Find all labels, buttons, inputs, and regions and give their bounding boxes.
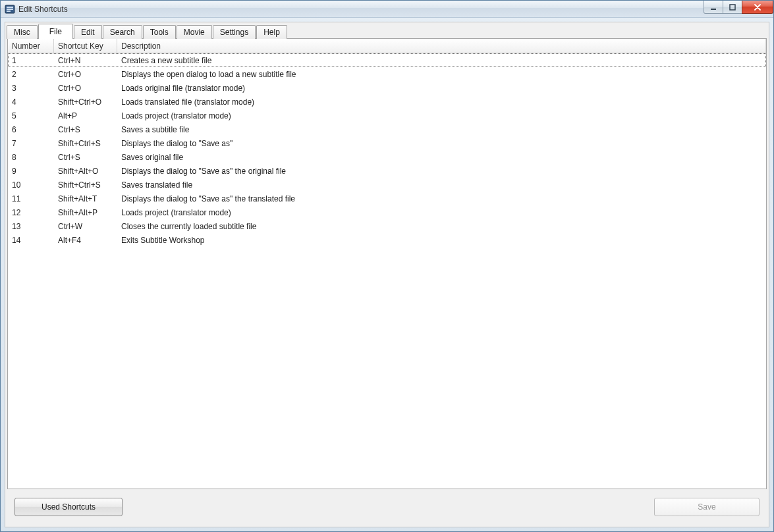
cell-number: 8 (8, 150, 54, 164)
table-row[interactable]: 4Shift+Ctrl+OLoads translated file (tran… (8, 95, 766, 109)
cell-number: 13 (8, 219, 54, 233)
maximize-button[interactable] (723, 1, 742, 14)
tab-label: Tools (150, 28, 169, 37)
table-row[interactable]: 1Ctrl+NCreates a new subtitle file (8, 53, 766, 67)
cell-shortcut-key: Ctrl+S (54, 150, 117, 164)
cell-shortcut-key: Shift+Alt+O (54, 164, 117, 178)
cell-description: Exits Subtitle Workshop (117, 233, 766, 247)
save-button: Save (654, 498, 760, 516)
window-frame: Edit Shortcuts MiscFileEditSearchToolsMo… (0, 0, 774, 532)
title-bar[interactable]: Edit Shortcuts (1, 1, 773, 18)
cell-number: 5 (8, 109, 54, 122)
table-row[interactable]: 5Alt+PLoads project (translator mode) (8, 109, 766, 122)
tab-label: File (49, 27, 62, 36)
svg-rect-2 (7, 9, 13, 10)
cell-description: Closes the currently loaded subtitle fil… (117, 219, 766, 233)
cell-shortcut-key: Ctrl+W (54, 219, 117, 233)
cell-description: Loads project (translator mode) (117, 205, 766, 219)
cell-description: Creates a new subtitle file (117, 53, 766, 67)
tab-label: Movie (184, 28, 205, 37)
window-title: Edit Shortcuts (18, 5, 68, 14)
shortcuts-table: Number Shortcut Key Description 1Ctrl+NC… (7, 38, 767, 489)
table-row[interactable]: 11Shift+Alt+TDisplays the dialog to "Sav… (8, 192, 766, 205)
cell-number: 9 (8, 164, 54, 178)
cell-shortcut-key: Ctrl+N (54, 53, 117, 67)
minimize-button[interactable] (704, 1, 723, 14)
tab-label: Settings (220, 28, 248, 37)
cell-description: Loads original file (translator mode) (117, 81, 766, 95)
cell-number: 10 (8, 178, 54, 192)
column-header-shortcut-key[interactable]: Shortcut Key (54, 39, 117, 53)
cell-number: 7 (8, 136, 54, 150)
tab-tools[interactable]: Tools (143, 25, 176, 39)
used-shortcuts-button[interactable]: Used Shortcuts (14, 498, 123, 516)
cell-shortcut-key: Ctrl+O (54, 81, 117, 95)
tab-strip: MiscFileEditSearchToolsMovieSettingsHelp (5, 22, 769, 38)
column-header-description[interactable]: Description (117, 39, 766, 53)
svg-rect-1 (7, 7, 13, 8)
cell-shortcut-key: Ctrl+O (54, 67, 117, 81)
cell-description: Displays the dialog to "Save as" (117, 136, 766, 150)
window-controls (704, 1, 773, 14)
column-header-number[interactable]: Number (8, 39, 54, 53)
tab-label: Edit (81, 28, 95, 37)
tab-label: Misc (14, 28, 30, 37)
cell-number: 11 (8, 192, 54, 205)
table-row[interactable]: 2Ctrl+ODisplays the open dialog to load … (8, 67, 766, 81)
cell-shortcut-key: Ctrl+S (54, 122, 117, 136)
table-row[interactable]: 13Ctrl+WCloses the currently loaded subt… (8, 219, 766, 233)
cell-description: Saves translated file (117, 178, 766, 192)
cell-description: Displays the dialog to "Save as" the tra… (117, 192, 766, 205)
app-icon (5, 4, 15, 14)
cell-number: 12 (8, 205, 54, 219)
table-row[interactable]: 12Shift+Alt+PLoads project (translator m… (8, 205, 766, 219)
cell-description: Saves original file (117, 150, 766, 164)
table-header: Number Shortcut Key Description (8, 39, 766, 53)
tab-help[interactable]: Help (256, 25, 287, 39)
cell-shortcut-key: Shift+Alt+P (54, 205, 117, 219)
close-button[interactable] (742, 1, 773, 14)
cell-number: 1 (8, 53, 54, 67)
cell-description: Saves a subtitle file (117, 122, 766, 136)
cell-shortcut-key: Shift+Ctrl+S (54, 178, 117, 192)
cell-description: Loads project (translator mode) (117, 109, 766, 122)
table-body[interactable]: 1Ctrl+NCreates a new subtitle file2Ctrl+… (8, 53, 766, 489)
tab-search[interactable]: Search (103, 25, 142, 39)
button-bar: Used Shortcuts Save (5, 491, 769, 527)
table-row[interactable]: 6Ctrl+SSaves a subtitle file (8, 122, 766, 136)
cell-number: 3 (8, 81, 54, 95)
cell-shortcut-key: Alt+F4 (54, 233, 117, 247)
table-row[interactable]: 3Ctrl+OLoads original file (translator m… (8, 81, 766, 95)
cell-number: 4 (8, 95, 54, 109)
table-row[interactable]: 7Shift+Ctrl+SDisplays the dialog to "Sav… (8, 136, 766, 150)
cell-shortcut-key: Alt+P (54, 109, 117, 122)
cell-number: 14 (8, 233, 54, 247)
tab-file[interactable]: File (38, 24, 73, 39)
cell-shortcut-key: Shift+Alt+T (54, 192, 117, 205)
tab-edit[interactable]: Edit (74, 25, 102, 39)
tab-label: Search (110, 28, 135, 37)
cell-number: 6 (8, 122, 54, 136)
cell-description: Displays the open dialog to load a new s… (117, 67, 766, 81)
cell-shortcut-key: Shift+Ctrl+O (54, 95, 117, 109)
cell-description: Displays the dialog to "Save as" the ori… (117, 164, 766, 178)
table-row[interactable]: 14Alt+F4Exits Subtitle Workshop (8, 233, 766, 247)
svg-rect-5 (730, 5, 735, 10)
table-row[interactable]: 8Ctrl+SSaves original file (8, 150, 766, 164)
tab-movie[interactable]: Movie (177, 25, 212, 39)
svg-rect-3 (7, 11, 11, 12)
table-row[interactable]: 10Shift+Ctrl+SSaves translated file (8, 178, 766, 192)
svg-rect-4 (711, 9, 716, 10)
tab-label: Help (263, 28, 280, 37)
client-area: MiscFileEditSearchToolsMovieSettingsHelp… (5, 22, 769, 527)
cell-number: 2 (8, 67, 54, 81)
cell-shortcut-key: Shift+Ctrl+S (54, 136, 117, 150)
table-row[interactable]: 9Shift+Alt+ODisplays the dialog to "Save… (8, 164, 766, 178)
tab-misc[interactable]: Misc (7, 25, 38, 39)
cell-description: Loads translated file (translator mode) (117, 95, 766, 109)
tab-settings[interactable]: Settings (213, 25, 256, 39)
